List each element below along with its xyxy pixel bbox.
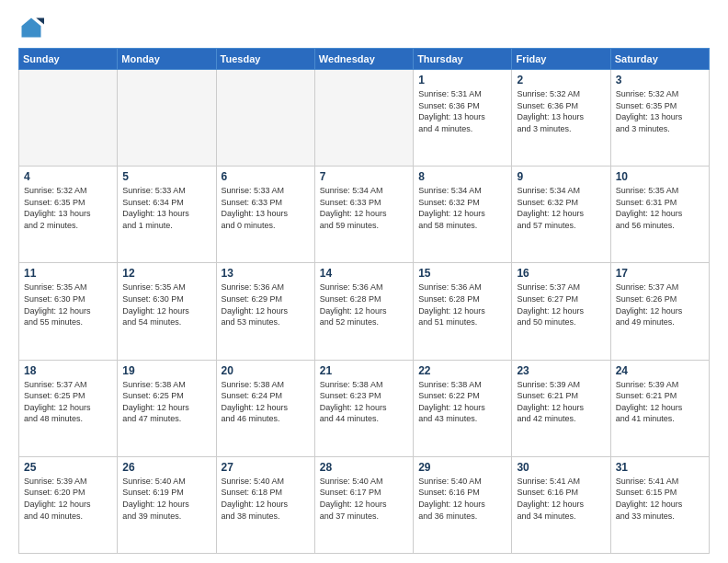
- calendar-cell: 4Sunrise: 5:32 AM Sunset: 6:35 PM Daylig…: [19, 167, 118, 263]
- day-number: 15: [418, 267, 506, 280]
- day-number: 7: [320, 170, 408, 183]
- calendar-cell: [19, 70, 118, 167]
- day-number: 12: [122, 267, 210, 280]
- day-info: Sunrise: 5:41 AM Sunset: 6:16 PM Dayligh…: [517, 476, 605, 522]
- calendar-table: SundayMondayTuesdayWednesdayThursdayFrid…: [18, 48, 710, 554]
- calendar-header-saturday: Saturday: [610, 49, 709, 70]
- day-info: Sunrise: 5:33 AM Sunset: 6:33 PM Dayligh…: [222, 185, 310, 231]
- day-number: 3: [616, 74, 704, 86]
- logo-icon: [18, 15, 44, 40]
- calendar-cell: 16Sunrise: 5:37 AM Sunset: 6:27 PM Dayli…: [512, 263, 610, 360]
- day-number: 28: [320, 461, 408, 474]
- day-number: 14: [320, 267, 408, 280]
- calendar-cell: 27Sunrise: 5:40 AM Sunset: 6:18 PM Dayli…: [216, 456, 314, 553]
- day-info: Sunrise: 5:38 AM Sunset: 6:24 PM Dayligh…: [222, 379, 310, 425]
- calendar-week-row: 1Sunrise: 5:31 AM Sunset: 6:36 PM Daylig…: [19, 70, 710, 167]
- day-info: Sunrise: 5:37 AM Sunset: 6:27 PM Dayligh…: [517, 282, 605, 327]
- day-info: Sunrise: 5:35 AM Sunset: 6:31 PM Dayligh…: [616, 185, 704, 231]
- calendar-week-row: 4Sunrise: 5:32 AM Sunset: 6:35 PM Daylig…: [19, 167, 710, 263]
- calendar-cell: 1Sunrise: 5:31 AM Sunset: 6:36 PM Daylig…: [414, 70, 512, 167]
- calendar-week-row: 18Sunrise: 5:37 AM Sunset: 6:25 PM Dayli…: [19, 360, 710, 456]
- calendar-cell: 17Sunrise: 5:37 AM Sunset: 6:26 PM Dayli…: [610, 263, 709, 360]
- calendar-cell: [118, 70, 216, 167]
- calendar-cell: 31Sunrise: 5:41 AM Sunset: 6:15 PM Dayli…: [610, 456, 709, 553]
- day-info: Sunrise: 5:31 AM Sunset: 6:36 PM Dayligh…: [418, 88, 506, 134]
- calendar-cell: 28Sunrise: 5:40 AM Sunset: 6:17 PM Dayli…: [314, 456, 413, 553]
- day-number: 23: [517, 364, 605, 377]
- calendar-cell: [216, 70, 314, 167]
- day-number: 5: [122, 170, 210, 183]
- day-number: 30: [517, 461, 605, 474]
- calendar-header-wednesday: Wednesday: [314, 49, 413, 70]
- day-number: 1: [418, 74, 506, 86]
- day-info: Sunrise: 5:36 AM Sunset: 6:28 PM Dayligh…: [418, 282, 506, 327]
- calendar-cell: 2Sunrise: 5:32 AM Sunset: 6:36 PM Daylig…: [512, 70, 610, 167]
- calendar-cell: 5Sunrise: 5:33 AM Sunset: 6:34 PM Daylig…: [118, 167, 216, 263]
- calendar-cell: 25Sunrise: 5:39 AM Sunset: 6:20 PM Dayli…: [19, 456, 118, 553]
- calendar-cell: 8Sunrise: 5:34 AM Sunset: 6:32 PM Daylig…: [414, 167, 512, 263]
- calendar-cell: 9Sunrise: 5:34 AM Sunset: 6:32 PM Daylig…: [512, 167, 610, 263]
- day-number: 21: [320, 364, 408, 377]
- calendar-cell: 14Sunrise: 5:36 AM Sunset: 6:28 PM Dayli…: [314, 263, 413, 360]
- day-info: Sunrise: 5:34 AM Sunset: 6:33 PM Dayligh…: [320, 185, 408, 231]
- day-number: 31: [616, 461, 704, 474]
- day-number: 11: [24, 267, 112, 280]
- header: [18, 15, 710, 40]
- day-info: Sunrise: 5:34 AM Sunset: 6:32 PM Dayligh…: [418, 185, 506, 231]
- calendar-week-row: 25Sunrise: 5:39 AM Sunset: 6:20 PM Dayli…: [19, 456, 710, 553]
- day-number: 27: [222, 461, 310, 474]
- day-number: 6: [222, 170, 310, 183]
- day-info: Sunrise: 5:38 AM Sunset: 6:23 PM Dayligh…: [320, 379, 408, 425]
- day-info: Sunrise: 5:40 AM Sunset: 6:19 PM Dayligh…: [122, 476, 210, 522]
- day-info: Sunrise: 5:41 AM Sunset: 6:15 PM Dayligh…: [616, 476, 704, 522]
- calendar-header-friday: Friday: [512, 49, 610, 70]
- day-number: 25: [24, 461, 112, 474]
- day-info: Sunrise: 5:40 AM Sunset: 6:18 PM Dayligh…: [222, 476, 310, 522]
- svg-marker-0: [22, 18, 41, 38]
- calendar-cell: 24Sunrise: 5:39 AM Sunset: 6:21 PM Dayli…: [610, 360, 709, 456]
- calendar-cell: 22Sunrise: 5:38 AM Sunset: 6:22 PM Dayli…: [414, 360, 512, 456]
- calendar-cell: 23Sunrise: 5:39 AM Sunset: 6:21 PM Dayli…: [512, 360, 610, 456]
- calendar-header-row: SundayMondayTuesdayWednesdayThursdayFrid…: [19, 49, 710, 70]
- calendar-header-thursday: Thursday: [414, 49, 512, 70]
- calendar-cell: 30Sunrise: 5:41 AM Sunset: 6:16 PM Dayli…: [512, 456, 610, 553]
- day-info: Sunrise: 5:39 AM Sunset: 6:21 PM Dayligh…: [616, 379, 704, 425]
- day-info: Sunrise: 5:32 AM Sunset: 6:36 PM Dayligh…: [517, 88, 605, 134]
- day-info: Sunrise: 5:35 AM Sunset: 6:30 PM Dayligh…: [24, 282, 112, 327]
- calendar-cell: 10Sunrise: 5:35 AM Sunset: 6:31 PM Dayli…: [610, 167, 709, 263]
- day-number: 9: [517, 170, 605, 183]
- day-number: 29: [418, 461, 506, 474]
- calendar-cell: 19Sunrise: 5:38 AM Sunset: 6:25 PM Dayli…: [118, 360, 216, 456]
- calendar-cell: 3Sunrise: 5:32 AM Sunset: 6:35 PM Daylig…: [610, 70, 709, 167]
- day-number: 13: [222, 267, 310, 280]
- day-number: 4: [24, 170, 112, 183]
- calendar-cell: 20Sunrise: 5:38 AM Sunset: 6:24 PM Dayli…: [216, 360, 314, 456]
- calendar-cell: 21Sunrise: 5:38 AM Sunset: 6:23 PM Dayli…: [314, 360, 413, 456]
- calendar-cell: 29Sunrise: 5:40 AM Sunset: 6:16 PM Dayli…: [414, 456, 512, 553]
- calendar-cell: 12Sunrise: 5:35 AM Sunset: 6:30 PM Dayli…: [118, 263, 216, 360]
- day-info: Sunrise: 5:37 AM Sunset: 6:25 PM Dayligh…: [24, 379, 112, 425]
- calendar-header-monday: Monday: [118, 49, 216, 70]
- day-info: Sunrise: 5:36 AM Sunset: 6:28 PM Dayligh…: [320, 282, 408, 327]
- day-info: Sunrise: 5:37 AM Sunset: 6:26 PM Dayligh…: [616, 282, 704, 327]
- day-number: 20: [222, 364, 310, 377]
- calendar-cell: 18Sunrise: 5:37 AM Sunset: 6:25 PM Dayli…: [19, 360, 118, 456]
- calendar-cell: 26Sunrise: 5:40 AM Sunset: 6:19 PM Dayli…: [118, 456, 216, 553]
- day-number: 26: [122, 461, 210, 474]
- day-number: 16: [517, 267, 605, 280]
- day-info: Sunrise: 5:39 AM Sunset: 6:21 PM Dayligh…: [517, 379, 605, 425]
- calendar-header-sunday: Sunday: [19, 49, 118, 70]
- day-number: 10: [616, 170, 704, 183]
- day-info: Sunrise: 5:35 AM Sunset: 6:30 PM Dayligh…: [122, 282, 210, 327]
- day-info: Sunrise: 5:34 AM Sunset: 6:32 PM Dayligh…: [517, 185, 605, 231]
- calendar-week-row: 11Sunrise: 5:35 AM Sunset: 6:30 PM Dayli…: [19, 263, 710, 360]
- calendar-cell: 13Sunrise: 5:36 AM Sunset: 6:29 PM Dayli…: [216, 263, 314, 360]
- page: SundayMondayTuesdayWednesdayThursdayFrid…: [0, 0, 728, 563]
- day-info: Sunrise: 5:38 AM Sunset: 6:25 PM Dayligh…: [122, 379, 210, 425]
- calendar-cell: 7Sunrise: 5:34 AM Sunset: 6:33 PM Daylig…: [314, 167, 413, 263]
- day-info: Sunrise: 5:39 AM Sunset: 6:20 PM Dayligh…: [24, 476, 112, 522]
- day-number: 22: [418, 364, 506, 377]
- day-number: 24: [616, 364, 704, 377]
- day-number: 18: [24, 364, 112, 377]
- logo: [18, 15, 48, 40]
